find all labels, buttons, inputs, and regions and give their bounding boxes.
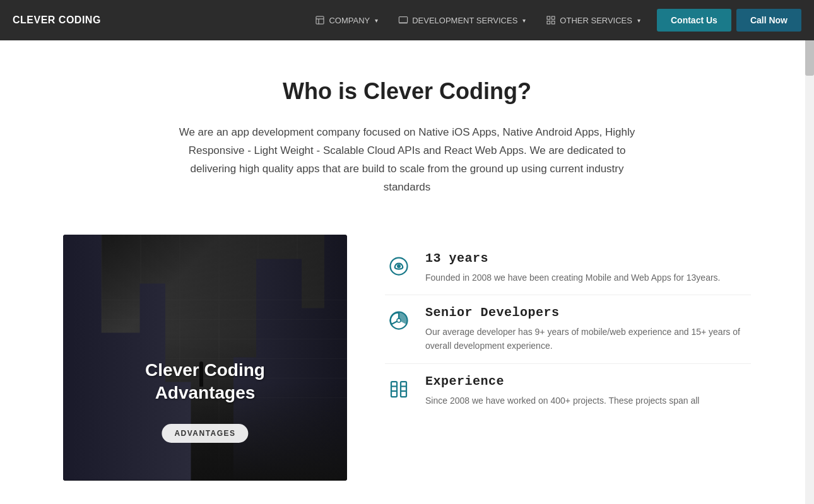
laptop-icon: [398, 15, 408, 25]
svg-rect-1: [399, 17, 408, 23]
nav-item-other[interactable]: OTHER SERVICES ▾: [537, 10, 649, 30]
overlay-title: Clever Coding Advantages: [63, 359, 347, 405]
call-now-button[interactable]: Call Now: [736, 9, 801, 32]
city-image: [63, 235, 347, 481]
advantages-badge: ADVANTAGES: [162, 424, 248, 443]
stat-desc-years: Founded in 2008 we have been creating Mo…: [425, 271, 721, 284]
stats-section: 13 years Founded in 2008 we have been cr…: [385, 235, 751, 481]
stat-title-developers: Senior Developers: [425, 305, 751, 320]
who-section: Who is Clever Coding? We are an app deve…: [155, 40, 659, 222]
stat-item-developers: Senior Developers Our average developer …: [385, 295, 751, 364]
stat-title-years: 13 years: [425, 251, 721, 266]
advantages-section: Clever Coding Advantages ADVANTAGES 13: [0, 235, 814, 481]
stat-item-years: 13 years Founded in 2008 we have been cr…: [385, 241, 751, 295]
chat-icon: [385, 252, 413, 280]
stat-desc-developers: Our average developer has 9+ years of mo…: [425, 325, 751, 353]
development-caret: ▾: [522, 17, 526, 24]
svg-rect-5: [552, 21, 555, 24]
main-content: Who is Clever Coding? We are an app deve…: [0, 40, 814, 504]
nav-other-label: OTHER SERVICES: [560, 16, 632, 25]
navbar: CLEVER CODING COMPANY ▾ DEVELOPMENT SERV…: [0, 0, 814, 40]
nav-item-development[interactable]: DEVELOPMENT SERVICES ▾: [389, 10, 534, 30]
nav-item-company[interactable]: COMPANY ▾: [306, 10, 387, 30]
svg-rect-3: [552, 16, 555, 20]
overlay-text: Clever Coding Advantages: [63, 359, 347, 405]
stat-content-years: 13 years Founded in 2008 we have been cr…: [425, 251, 721, 284]
svg-point-7: [397, 264, 401, 268]
stat-content-developers: Senior Developers Our average developer …: [425, 305, 751, 353]
stat-item-experience: Experience Since 2008 we have worked on …: [385, 364, 751, 418]
nav-development-label: DEVELOPMENT SERVICES: [412, 16, 517, 25]
svg-rect-0: [316, 16, 324, 24]
chart-icon: [385, 307, 413, 334]
contact-us-button[interactable]: Contact Us: [657, 9, 731, 32]
svg-rect-4: [547, 21, 550, 24]
advantages-image-card: Clever Coding Advantages ADVANTAGES: [63, 235, 347, 481]
svg-rect-10: [391, 382, 397, 397]
page-title: Who is Clever Coding?: [167, 78, 647, 105]
building-icon: [315, 15, 325, 25]
hero-description: We are an app development company focuse…: [167, 124, 647, 197]
columns-icon: [385, 375, 413, 403]
other-caret: ▾: [637, 17, 640, 24]
company-caret: ▾: [375, 17, 378, 24]
svg-point-9: [397, 319, 401, 322]
callnow-button-wrapper: Call Now: [734, 9, 801, 32]
grid-icon: [546, 15, 556, 25]
stat-desc-experience: Since 2008 we have worked on 400+ projec…: [425, 394, 699, 407]
svg-rect-11: [401, 382, 406, 397]
nav-company-label: COMPANY: [329, 16, 370, 25]
scrollbar[interactable]: [805, 0, 814, 504]
stat-content-experience: Experience Since 2008 we have worked on …: [425, 374, 699, 407]
contact-button-wrapper: Contact Us: [652, 9, 731, 32]
stat-title-experience: Experience: [425, 374, 699, 389]
svg-rect-2: [547, 16, 550, 20]
nav-menu: COMPANY ▾ DEVELOPMENT SERVICES ▾: [306, 9, 801, 32]
brand-logo[interactable]: CLEVER CODING: [13, 15, 101, 26]
